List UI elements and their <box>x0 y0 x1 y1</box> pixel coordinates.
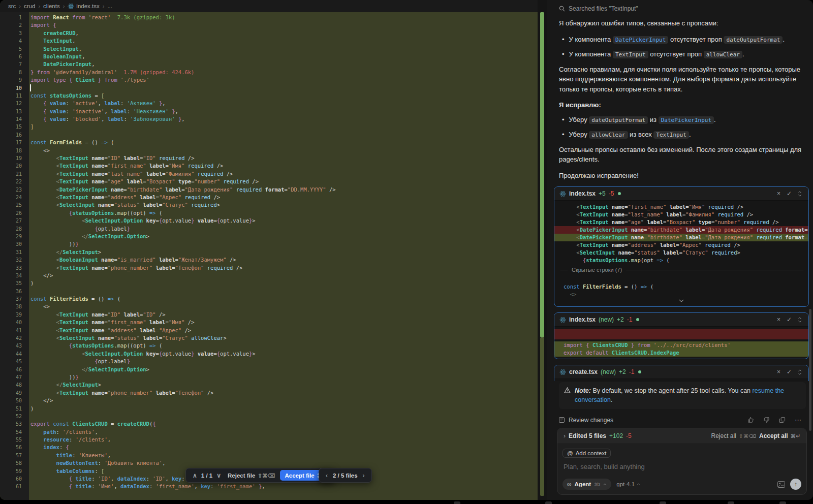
line-number: 5 <box>0 45 29 53</box>
expand-collapse-icon[interactable] <box>796 317 803 323</box>
thumbs-up-icon[interactable] <box>745 417 757 423</box>
code-editor[interactable]: src›crud›clients›index.tsx›... 123456789… <box>0 0 538 500</box>
diff-file-name: index.tsx <box>569 190 596 197</box>
code-line: ) <box>30 279 538 287</box>
dock-strip <box>0 500 813 504</box>
line-number: 36 <box>0 288 29 295</box>
inline-code-chip: allowClear <box>589 131 628 139</box>
expand-collapse-icon[interactable] <box>796 191 803 197</box>
line-number: 28 <box>0 225 29 233</box>
chat-paragraph: Продолжаю исправление! <box>559 171 806 181</box>
code-line: <TextInput name="first_name" label="Имя"… <box>30 162 538 170</box>
tool-call-line[interactable]: Searched files "TextInput" <box>559 5 806 12</box>
close-diff-icon[interactable]: × <box>775 368 782 375</box>
added-count: +2 <box>617 316 624 323</box>
line-number: 53 <box>0 420 29 428</box>
code-line: const statusOptions = [ <box>30 92 538 100</box>
prev-file-icon[interactable]: ‹ <box>324 472 329 479</box>
copy-icon[interactable] <box>776 417 788 423</box>
react-file-icon <box>559 191 566 197</box>
attach-image-icon[interactable] <box>777 481 785 488</box>
close-diff-icon[interactable]: × <box>775 190 782 197</box>
diff-overview-ruler[interactable] <box>538 0 547 500</box>
diff-card-header[interactable]: create.tsx(new)+2-1×✓ <box>554 365 808 379</box>
line-number: 56 <box>0 444 29 451</box>
line-number: 7 <box>0 60 29 68</box>
breadcrumb-item-src[interactable]: src <box>8 3 16 9</box>
line-number: 24 <box>0 194 29 201</box>
review-changes-row: Review changes ⋯ <box>547 414 813 428</box>
removed-count: -1 <box>629 368 635 375</box>
agent-mode-selector[interactable]: ∞ Agent ⌘I <box>562 479 611 490</box>
diff-context-line: <TextInput name="address" label="Адрес" … <box>554 241 808 249</box>
breadcrumb-item-clients[interactable]: clients <box>43 3 60 9</box>
add-context-button[interactable]: @ Add context <box>562 449 611 458</box>
line-number: 32 <box>0 256 29 264</box>
line-number: 60 <box>0 475 29 483</box>
code-area[interactable]: import React from 'react' 7.3k (gzipped:… <box>29 12 538 500</box>
added-count: +2 <box>619 368 626 375</box>
hidden-lines-divider[interactable]: Скрытые строки (7) <box>554 264 808 275</box>
breadcrumb-item-[interactable]: ... <box>107 3 112 9</box>
next-diff-icon[interactable]: ∨ <box>215 472 223 479</box>
scrollbar-thumb[interactable] <box>540 12 544 337</box>
next-file-icon[interactable]: › <box>361 472 366 479</box>
diff-card: index.tsx+5-5×✓ <TextInput name="first_n… <box>554 186 809 307</box>
code-line: <TextInput name="phone_number" label="Те… <box>30 389 538 397</box>
expand-collapse-icon[interactable] <box>796 369 803 375</box>
code-line: </SelectInput.Option> <box>30 366 538 373</box>
code-line: SelectInput, <box>30 45 538 53</box>
prev-diff-icon[interactable]: ∧ <box>191 472 199 479</box>
model-selector[interactable]: gpt-4.1 <box>616 481 640 487</box>
line-number: 61 <box>0 483 29 490</box>
code-line: {statusOptions.map((opt) => ( <box>30 342 538 350</box>
diff-card-header[interactable]: index.tsx(new)+2-1×✓ <box>554 313 808 327</box>
reject-file-button[interactable]: Reject file ⇧⌘⌫ <box>228 472 275 479</box>
breadcrumb: src›crud›clients›index.tsx›... <box>0 0 538 12</box>
inline-code-chip: TextInput <box>613 51 648 58</box>
close-diff-icon[interactable]: × <box>775 316 782 323</box>
new-file-badge: (new) <box>599 316 614 323</box>
modified-dot-icon <box>638 370 641 373</box>
edited-files-label: Edited 5 files <box>569 432 606 439</box>
chat-input[interactable]: Plan, search, build anything <box>564 463 800 470</box>
removed-count: -1 <box>627 316 633 323</box>
chat-message-flow: Searched files "TextInput"Я обнаружил ош… <box>547 0 813 381</box>
code-line: <SelectInput name="status" label="Статус… <box>30 334 538 342</box>
chat-bullet-item: •У компонента TextInput отсутствует проп… <box>559 49 806 59</box>
accept-diff-icon[interactable]: ✓ <box>785 368 793 375</box>
send-button[interactable]: ↑ <box>790 479 801 490</box>
thumbs-down-icon[interactable] <box>761 417 772 423</box>
reject-all-button[interactable]: Reject all⇧⌘⌫ <box>711 432 756 439</box>
diff-marks <box>540 337 544 496</box>
edited-files-bar[interactable]: › Edited 5 files +102 -5 Reject all⇧⌘⌫ A… <box>557 428 806 444</box>
accept-diff-icon[interactable]: ✓ <box>785 190 793 197</box>
line-number: 3 <box>0 29 29 37</box>
expand-edited-icon[interactable]: › <box>564 432 566 439</box>
diff-card-header[interactable]: index.tsx+5-5×✓ <box>554 187 808 201</box>
code-line: </SelectInput.Option> <box>30 233 538 240</box>
modified-dot-icon <box>636 318 639 321</box>
code-line: <> <box>30 147 538 154</box>
expand-diff-icon[interactable] <box>554 298 808 304</box>
accept-all-button[interactable]: Accept all⌘↵ <box>759 432 800 439</box>
line-number: 21 <box>0 170 29 178</box>
line-number: 54 <box>0 428 29 436</box>
accept-diff-icon[interactable]: ✓ <box>785 316 793 323</box>
chat-paragraph: Остальные пропсы оставлю без изменений. … <box>559 145 806 165</box>
code-line: ))} <box>30 373 538 381</box>
code-line: <TextInput name="address" label="Адрес" … <box>30 194 538 201</box>
breadcrumb-separator: › <box>103 3 105 9</box>
more-options-icon[interactable]: ⋯ <box>792 416 804 424</box>
line-number: 50 <box>0 397 29 404</box>
code-line: <TextInput name="first_name" label="Имя"… <box>30 319 538 326</box>
breadcrumb-item-indextsx[interactable]: index.tsx <box>68 3 99 10</box>
code-line: </> <box>30 397 538 404</box>
diff-context-line: <TextInput name="first_name" label="Имя"… <box>554 203 808 211</box>
code-line: </SelectInput> <box>30 248 538 256</box>
chat-scrollbar[interactable] <box>809 309 811 431</box>
at-icon: @ <box>567 450 573 456</box>
breadcrumb-item-crud[interactable]: crud <box>24 3 35 9</box>
line-number: 40 <box>0 319 29 326</box>
code-line: {opt.label} <box>30 358 538 365</box>
